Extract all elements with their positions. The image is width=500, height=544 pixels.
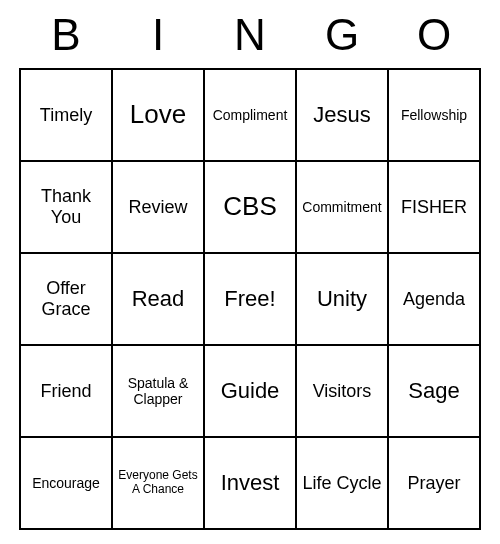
bingo-cell[interactable]: Sage bbox=[388, 345, 480, 437]
bingo-cell-free[interactable]: Free! bbox=[204, 253, 296, 345]
bingo-cell[interactable]: Timely bbox=[20, 69, 112, 161]
bingo-cell[interactable]: Thank You bbox=[20, 161, 112, 253]
bingo-cell[interactable]: Life Cycle bbox=[296, 437, 388, 529]
bingo-cell[interactable]: Prayer bbox=[388, 437, 480, 529]
bingo-cell[interactable]: Spatula & Clapper bbox=[112, 345, 204, 437]
bingo-cell[interactable]: CBS bbox=[204, 161, 296, 253]
bingo-cell[interactable]: Commitment bbox=[296, 161, 388, 253]
bingo-cell[interactable]: Unity bbox=[296, 253, 388, 345]
header-letter-g: G bbox=[296, 10, 388, 60]
bingo-cell[interactable]: FISHER bbox=[388, 161, 480, 253]
bingo-cell[interactable]: Love bbox=[112, 69, 204, 161]
bingo-cell[interactable]: Jesus bbox=[296, 69, 388, 161]
bingo-cell[interactable]: Guide bbox=[204, 345, 296, 437]
bingo-cell[interactable]: Offer Grace bbox=[20, 253, 112, 345]
bingo-grid: Timely Love Compliment Jesus Fellowship … bbox=[19, 68, 481, 530]
bingo-cell[interactable]: Compliment bbox=[204, 69, 296, 161]
bingo-cell[interactable]: Read bbox=[112, 253, 204, 345]
bingo-cell[interactable]: Fellowship bbox=[388, 69, 480, 161]
header-letter-n: N bbox=[204, 10, 296, 60]
bingo-cell[interactable]: Friend bbox=[20, 345, 112, 437]
bingo-cell[interactable]: Encourage bbox=[20, 437, 112, 529]
header-letter-o: O bbox=[388, 10, 480, 60]
bingo-cell[interactable]: Invest bbox=[204, 437, 296, 529]
bingo-cell[interactable]: Agenda bbox=[388, 253, 480, 345]
bingo-header: B I N G O bbox=[20, 10, 480, 60]
header-letter-b: B bbox=[20, 10, 112, 60]
bingo-cell[interactable]: Review bbox=[112, 161, 204, 253]
bingo-cell[interactable]: Visitors bbox=[296, 345, 388, 437]
bingo-cell[interactable]: Everyone Gets A Chance bbox=[112, 437, 204, 529]
header-letter-i: I bbox=[112, 10, 204, 60]
